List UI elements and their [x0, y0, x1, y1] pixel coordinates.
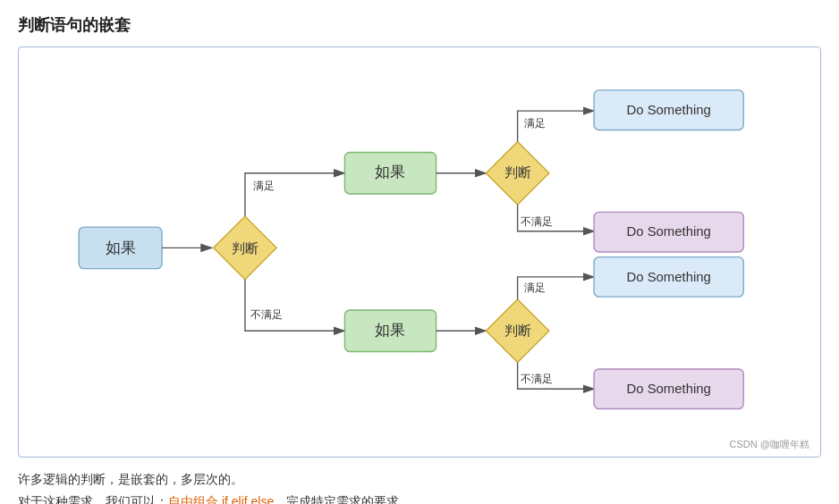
- do3-label: Do Something: [627, 270, 711, 284]
- judge1-label: 判断: [232, 241, 258, 256]
- label-notsatisfy-do4: 不满足: [521, 373, 553, 385]
- desc-line2-prefix: 对于这种需求，我们可以：: [18, 494, 168, 504]
- do1-label: Do Something: [627, 103, 711, 117]
- label-satisfy-do1: 满足: [524, 117, 546, 130]
- desc-line1: 许多逻辑的判断，是嵌套的，多层次的。: [18, 468, 821, 491]
- arrow-judge1-lower: [245, 280, 344, 332]
- judge3-label: 判断: [504, 323, 531, 338]
- if1-label: 如果: [106, 239, 136, 256]
- label-satisfy-upper: 满足: [253, 180, 275, 192]
- if2-label: 如果: [375, 164, 405, 181]
- page-title: 判断语句的嵌套: [18, 14, 821, 36]
- diagram-svg: 如果 判断 满足 不满足 如果 如果 判断 判断 满足: [33, 65, 806, 439]
- if3-label: 如果: [375, 322, 405, 339]
- desc-line2-suffix: ，完成特定需求的要求: [274, 494, 399, 504]
- label-notsatisfy-do2: 不满足: [521, 215, 553, 228]
- desc-line2-highlight: 自由组合 if elif else: [168, 494, 274, 504]
- judge2-label: 判断: [504, 165, 531, 180]
- label-satisfy-do3: 满足: [524, 281, 546, 294]
- do2-label: Do Something: [627, 224, 711, 239]
- watermark: CSDN @咖喱年糕: [730, 438, 809, 451]
- do4-label: Do Something: [627, 382, 711, 396]
- desc-line2: 对于这种需求，我们可以：自由组合 if elif else，完成特定需求的要求: [18, 491, 821, 504]
- label-notsatisfy-lower: 不满足: [250, 308, 283, 321]
- description-block: 许多逻辑的判断，是嵌套的，多层次的。 对于这种需求，我们可以：自由组合 if e…: [18, 468, 821, 504]
- diagram-container: 如果 判断 满足 不满足 如果 如果 判断 判断 满足: [18, 46, 821, 458]
